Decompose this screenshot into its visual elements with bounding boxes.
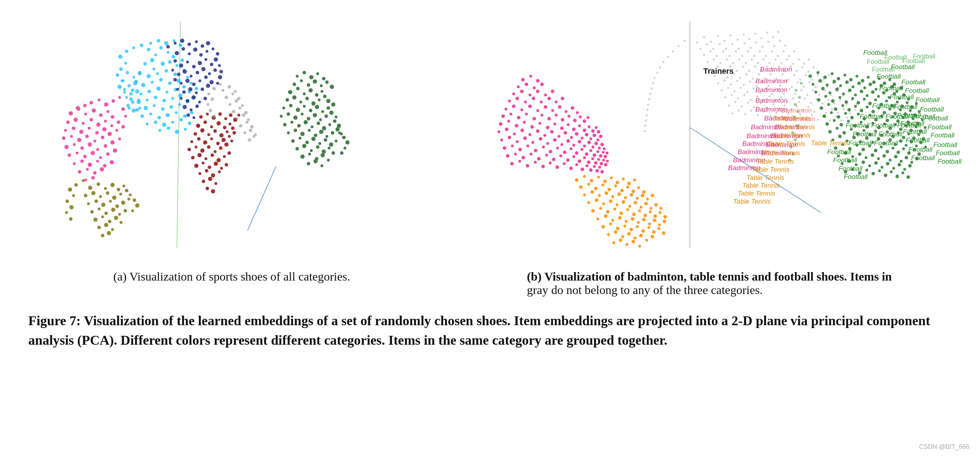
svg-point-953 [818, 79, 822, 83]
svg-point-650 [750, 109, 752, 112]
svg-point-265 [224, 117, 227, 120]
svg-point-644 [843, 108, 845, 110]
svg-point-1109 [858, 152, 861, 156]
fb-label-8: Football [916, 96, 940, 104]
svg-point-723 [547, 117, 551, 120]
svg-point-664 [835, 116, 837, 118]
svg-point-798 [589, 149, 592, 152]
fb-label-17: Football [906, 136, 930, 144]
svg-point-66 [188, 121, 191, 125]
svg-point-719 [517, 116, 520, 119]
fb-label-20: Football [936, 149, 960, 157]
svg-point-666 [846, 117, 848, 119]
svg-point-822 [602, 159, 605, 161]
svg-point-626 [734, 101, 736, 103]
svg-point-1004 [827, 103, 830, 106]
svg-point-1125 [874, 161, 878, 165]
svg-point-729 [583, 119, 586, 123]
svg-point-797 [585, 152, 589, 156]
svg-point-721 [533, 117, 536, 120]
svg-point-410 [221, 89, 224, 92]
svg-point-461 [724, 40, 725, 42]
svg-point-76 [140, 43, 143, 47]
svg-point-42 [178, 94, 183, 98]
svg-point-332 [310, 149, 313, 152]
svg-point-133 [188, 43, 191, 46]
svg-point-97 [205, 58, 207, 61]
svg-point-937 [808, 74, 812, 78]
svg-point-575 [815, 86, 816, 88]
svg-point-233 [200, 149, 205, 153]
svg-point-292 [280, 115, 283, 118]
svg-point-770 [531, 141, 534, 144]
svg-point-308 [322, 126, 326, 130]
svg-point-548 [770, 74, 772, 75]
fb-label-10: Football [920, 105, 944, 113]
svg-point-699 [515, 97, 519, 100]
svg-point-221 [226, 130, 229, 133]
svg-point-344 [321, 165, 323, 167]
svg-point-368 [84, 194, 88, 197]
svg-point-883 [640, 206, 643, 209]
svg-point-838 [593, 165, 596, 168]
svg-point-306 [311, 125, 313, 128]
svg-point-866 [605, 191, 608, 195]
svg-point-506 [732, 62, 734, 64]
svg-point-717 [501, 114, 505, 118]
svg-point-896 [644, 214, 647, 217]
svg-point-363 [97, 182, 100, 186]
svg-point-439 [213, 115, 215, 118]
svg-point-562 [736, 80, 738, 82]
svg-point-393 [97, 226, 101, 229]
svg-point-441 [132, 76, 135, 79]
badminton-dots [498, 75, 609, 174]
svg-point-495 [759, 50, 761, 53]
svg-point-683 [644, 125, 646, 127]
svg-point-391 [114, 216, 118, 220]
svg-point-194 [110, 160, 114, 165]
svg-point-218 [207, 133, 210, 136]
svg-point-159 [79, 129, 83, 134]
tt-label-2: Table Tennis [778, 123, 816, 131]
svg-point-214 [223, 126, 226, 129]
svg-point-135 [200, 44, 204, 48]
svg-point-544 [745, 74, 748, 75]
svg-point-477 [738, 48, 740, 50]
svg-point-472 [706, 43, 708, 45]
svg-point-238 [230, 140, 233, 142]
svg-point-179 [103, 144, 107, 148]
navy-dots [166, 38, 223, 119]
svg-point-222 [231, 126, 235, 130]
svg-point-275 [285, 98, 289, 102]
svg-point-752 [528, 133, 531, 136]
svg-point-604 [737, 97, 739, 99]
svg-point-484 [779, 40, 781, 42]
svg-point-164 [117, 120, 120, 124]
svg-point-364 [104, 187, 107, 190]
svg-point-958 [851, 85, 854, 88]
tt-label-10: Table Tennis [738, 190, 775, 197]
svg-point-1007 [847, 108, 851, 112]
caption-a: (a) Visualization of sports shoes of all… [113, 270, 350, 283]
svg-point-671 [662, 61, 664, 63]
svg-point-880 [622, 200, 625, 204]
svg-point-508 [745, 62, 747, 64]
svg-point-688 [517, 85, 520, 88]
svg-point-405 [69, 217, 73, 221]
fb-label-lower: Football [827, 148, 851, 155]
svg-point-173 [121, 125, 125, 129]
svg-point-678 [648, 98, 650, 100]
svg-point-592 [794, 93, 796, 95]
svg-point-210 [196, 124, 200, 128]
svg-point-830 [549, 161, 552, 165]
svg-point-928 [634, 236, 636, 240]
svg-point-183 [76, 152, 78, 155]
svg-point-582 [733, 90, 735, 93]
svg-point-1026 [857, 113, 860, 115]
svg-point-893 [626, 208, 629, 211]
svg-point-1144 [795, 89, 797, 92]
svg-point-968 [815, 91, 817, 94]
svg-point-595 [812, 89, 814, 91]
svg-point-254 [211, 173, 215, 177]
svg-point-387 [124, 209, 127, 213]
